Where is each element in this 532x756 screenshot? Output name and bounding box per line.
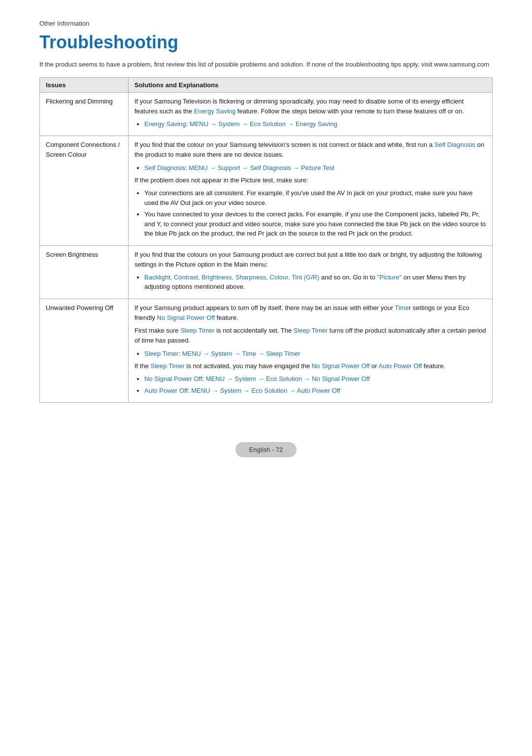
list-item: Energy Saving: MENU → System → Eco Solut…	[144, 119, 486, 129]
issue-cell: Flickering and Dimming	[40, 92, 129, 136]
solution-cell-0: If your Samsung Television is flickering…	[129, 92, 493, 136]
list-item: You have connected to your devices to th…	[144, 209, 486, 239]
solution-cell-1: If you find that the colour on your Sams…	[129, 136, 493, 245]
solution-para: If the problem does not appear in the Pi…	[134, 175, 486, 185]
table-row: Component Connections / Screen ColourIf …	[40, 136, 493, 245]
other-info-label: Other Information	[39, 20, 493, 27]
issue-cell: Unwanted Powering Off	[40, 299, 129, 402]
solution-para: If your Samsung Television is flickering…	[134, 97, 486, 116]
table-row: Flickering and DimmingIf your Samsung Te…	[40, 92, 493, 136]
bullet-list: Your connections are all consistent. For…	[134, 188, 486, 239]
solution-para: If the Sleep Timer is not activated, you…	[134, 361, 486, 371]
solution-para: If you find that the colours on your Sam…	[134, 250, 486, 270]
solution-para: If you find that the colour on your Sams…	[134, 140, 486, 160]
list-item: Auto Power Off: MENU → System → Eco Solu…	[144, 386, 486, 396]
list-item: Self Diagnosis: MENU → Support → Self Di…	[144, 163, 486, 173]
footer-badge: English - 72	[235, 442, 297, 457]
issue-cell: Screen Brightness	[40, 245, 129, 299]
col-solutions-header: Solutions and Explanations	[129, 77, 493, 92]
list-item: Your connections are all consistent. For…	[144, 188, 486, 207]
footer: English - 72	[39, 442, 493, 457]
bullet-list: Energy Saving: MENU → System → Eco Solut…	[134, 119, 486, 129]
solution-para: First make sure Sleep Timer is not accid…	[134, 326, 486, 345]
list-item: No Signal Power Off: MENU → System → Eco…	[144, 374, 486, 384]
bullet-list: No Signal Power Off: MENU → System → Eco…	[134, 374, 486, 395]
bullet-list: Sleep Timer: MENU → System → Time → Slee…	[134, 349, 486, 359]
list-item: Backlight, Contrast, Brightness, Sharpne…	[144, 273, 486, 292]
solution-cell-2: If you find that the colours on your Sam…	[129, 245, 493, 299]
solution-para: If your Samsung product appears to turn …	[134, 303, 486, 323]
bullet-list: Backlight, Contrast, Brightness, Sharpne…	[134, 273, 486, 292]
table-row: Unwanted Powering OffIf your Samsung pro…	[40, 299, 493, 402]
issue-cell: Component Connections / Screen Colour	[40, 136, 129, 245]
solution-cell-3: If your Samsung product appears to turn …	[129, 299, 493, 402]
bullet-list: Self Diagnosis: MENU → Support → Self Di…	[134, 163, 486, 173]
list-item: Sleep Timer: MENU → System → Time → Slee…	[144, 349, 486, 359]
col-issues-header: Issues	[40, 77, 129, 92]
page-title: Troubleshooting	[39, 32, 493, 53]
troubleshooting-table: Issues Solutions and Explanations Flicke…	[39, 77, 493, 403]
table-row: Screen BrightnessIf you find that the co…	[40, 245, 493, 299]
intro-text: If the product seems to have a problem, …	[39, 60, 493, 69]
